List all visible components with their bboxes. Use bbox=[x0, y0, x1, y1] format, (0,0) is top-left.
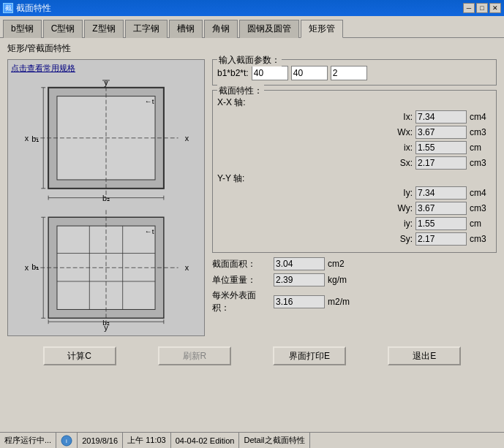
weight-unit: kg/m bbox=[328, 275, 347, 285]
tab-i-steel[interactable]: 工字钢 bbox=[125, 20, 168, 38]
button-bar: 计算C 刷新R 界面打印E 退出E bbox=[7, 341, 497, 371]
iy-value: 7.34 bbox=[415, 186, 467, 200]
tab-bar: b型钢 C型钢 Z型钢 工字钢 槽钢 角钢 圆钢及圆管 矩形管 bbox=[0, 16, 504, 38]
tab-z-steel[interactable]: Z型钢 bbox=[84, 20, 123, 38]
iy-row: Iy: 7.34 cm4 bbox=[217, 186, 492, 200]
weight-prop: 单位重量： 2.39 kg/m bbox=[212, 273, 497, 286]
iy-small-unit: cm bbox=[470, 219, 492, 229]
tab-angle[interactable]: 角钢 bbox=[204, 20, 238, 38]
minimize-button[interactable]: ─ bbox=[463, 3, 475, 13]
svg-text:x: x bbox=[185, 263, 189, 272]
close-button[interactable]: ✕ bbox=[489, 3, 501, 13]
iy-small-label: iy: bbox=[391, 219, 413, 229]
refresh-button[interactable]: 刷新R bbox=[158, 346, 231, 365]
area-prop: 截面面积： 3.04 cm2 bbox=[212, 257, 497, 270]
surface-value: 3.16 bbox=[274, 295, 325, 308]
area-value: 3.04 bbox=[274, 257, 325, 270]
maximize-button[interactable]: □ bbox=[476, 3, 488, 13]
sy-value: 2.17 bbox=[415, 232, 467, 246]
ix-unit: cm4 bbox=[470, 112, 492, 122]
ix-small-label: ix: bbox=[391, 143, 413, 153]
props-panel: 输入截面参数： b1*b2*t: 截面特性： X-X 轴: Ix: 7.34 c… bbox=[212, 59, 497, 336]
wx-row: Wx: 3.67 cm3 bbox=[217, 126, 492, 139]
ix-small-row: ix: 1.55 cm bbox=[217, 141, 492, 154]
surface-label: 每米外表面积： bbox=[212, 289, 271, 314]
sy-row: Sy: 2.17 cm3 bbox=[217, 232, 492, 246]
sx-value: 2.17 bbox=[415, 156, 467, 170]
status-icon: i bbox=[61, 435, 72, 447]
section-title: 矩形/管截面特性 bbox=[7, 42, 497, 55]
props-group: 截面特性： X-X 轴: Ix: 7.34 cm4 Wx: 3.67 cm3 i… bbox=[212, 90, 497, 253]
sy-label: Sy: bbox=[391, 234, 413, 244]
surface-unit: m2/m bbox=[328, 297, 350, 307]
iy-small-value: 1.55 bbox=[415, 217, 467, 230]
title-bar-left: 截 截面特性 bbox=[3, 2, 51, 15]
wy-value: 3.67 bbox=[415, 202, 467, 215]
wy-label: Wy: bbox=[391, 203, 413, 213]
surface-prop: 每米外表面积： 3.16 m2/m bbox=[212, 289, 497, 314]
t-input[interactable] bbox=[331, 66, 367, 80]
status-date: 2019/8/16 bbox=[78, 433, 123, 448]
status-icon-segment: i bbox=[56, 433, 78, 448]
weight-value: 2.39 bbox=[274, 273, 325, 286]
svg-text:y: y bbox=[104, 78, 108, 87]
weight-label: 单位重量： bbox=[212, 274, 271, 286]
content-area: 点击查看常用规格 y bbox=[7, 59, 497, 336]
input-group-title: 输入截面参数： bbox=[217, 54, 282, 67]
sx-unit: cm3 bbox=[470, 158, 492, 168]
svg-text:x: x bbox=[25, 134, 29, 143]
svg-text:x: x bbox=[25, 263, 29, 272]
tab-c-steel[interactable]: C型钢 bbox=[43, 20, 83, 38]
input-row: b1*b2*t: bbox=[217, 66, 492, 80]
tab-channel[interactable]: 槽钢 bbox=[169, 20, 203, 38]
ix-value: 7.34 bbox=[415, 110, 467, 124]
wx-unit: cm3 bbox=[470, 127, 492, 137]
param-label: b1*b2*t: bbox=[217, 68, 249, 78]
ix-small-value: 1.55 bbox=[415, 141, 467, 154]
drawing-area: y b₂ b₁ x x bbox=[11, 77, 201, 333]
svg-text:←t: ←t bbox=[145, 227, 154, 235]
tab-rect[interactable]: 矩形管 bbox=[301, 20, 343, 38]
title-controls[interactable]: ─ □ ✕ bbox=[463, 3, 501, 13]
sy-unit: cm3 bbox=[470, 234, 492, 244]
input-group: 输入截面参数： b1*b2*t: bbox=[212, 59, 497, 86]
exit-button[interactable]: 退出E bbox=[388, 346, 461, 365]
svg-text:i: i bbox=[66, 438, 67, 444]
sx-label: Sx: bbox=[391, 158, 413, 168]
app-icon: 截 bbox=[3, 3, 13, 13]
iy-label: Iy: bbox=[391, 188, 413, 198]
title-bar: 截 截面特性 ─ □ ✕ bbox=[0, 0, 504, 16]
common-specs-link[interactable]: 点击查看常用规格 bbox=[11, 63, 201, 74]
ix-label: Ix: bbox=[391, 112, 413, 122]
wx-value: 3.67 bbox=[415, 126, 467, 139]
sx-row: Sx: 2.17 cm3 bbox=[217, 156, 492, 170]
window-title: 截面特性 bbox=[16, 2, 51, 15]
wx-label: Wx: bbox=[391, 127, 413, 137]
status-detail: Detail之截面特性 bbox=[239, 433, 309, 448]
svg-text:x: x bbox=[185, 134, 189, 143]
calc-button[interactable]: 计算C bbox=[43, 346, 116, 365]
props-group-title: 截面特性： bbox=[217, 85, 264, 97]
wy-row: Wy: 3.67 cm3 bbox=[217, 202, 492, 215]
status-bar: 程序运行中... i 2019/8/16 上午 11:03 04-04-02 E… bbox=[0, 432, 504, 448]
print-button[interactable]: 界面打印E bbox=[273, 346, 346, 365]
tab-round[interactable]: 圆钢及圆管 bbox=[239, 20, 299, 38]
area-unit: cm2 bbox=[328, 259, 345, 269]
section-drawing: y b₂ b₁ x x bbox=[11, 77, 201, 333]
ix-small-unit: cm bbox=[470, 143, 492, 153]
xx-axis-label: X-X 轴: bbox=[217, 96, 492, 109]
b2-input[interactable] bbox=[291, 66, 328, 80]
ix-row: Ix: 7.34 cm4 bbox=[217, 110, 492, 124]
b1-input[interactable] bbox=[252, 66, 288, 80]
status-running: 程序运行中... bbox=[0, 433, 56, 448]
wy-unit: cm3 bbox=[470, 203, 492, 213]
svg-text:b₁: b₁ bbox=[31, 134, 39, 143]
iy-unit: cm4 bbox=[470, 188, 492, 198]
tab-b-steel[interactable]: b型钢 bbox=[3, 20, 42, 38]
yy-axis-label: Y-Y 轴: bbox=[217, 172, 492, 185]
svg-text:←t: ←t bbox=[145, 97, 154, 105]
iy-small-row: iy: 1.55 cm bbox=[217, 217, 492, 230]
status-time: 上午 11:03 bbox=[123, 433, 171, 448]
area-label: 截面面积： bbox=[212, 258, 271, 270]
status-edition: 04-04-02 Edition bbox=[171, 433, 240, 448]
